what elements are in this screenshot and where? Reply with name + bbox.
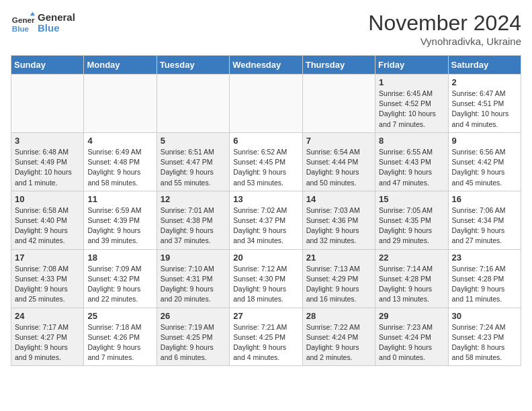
- calendar-body: 1Sunrise: 6:45 AMSunset: 4:52 PMDaylight…: [11, 75, 521, 366]
- day-number: 14: [306, 194, 371, 204]
- day-info: Sunrise: 7:21 AMSunset: 4:25 PMDaylight:…: [233, 322, 298, 363]
- calendar-cell: 25Sunrise: 7:18 AMSunset: 4:26 PMDayligh…: [84, 308, 157, 366]
- day-info: Sunrise: 6:55 AMSunset: 4:43 PMDaylight:…: [379, 147, 444, 188]
- logo-icon: General Blue: [11, 11, 35, 35]
- day-info: Sunrise: 6:47 AMSunset: 4:51 PMDaylight:…: [452, 89, 517, 130]
- calendar-cell: 22Sunrise: 7:14 AMSunset: 4:28 PMDayligh…: [375, 249, 448, 308]
- svg-text:Blue: Blue: [12, 24, 30, 33]
- day-number: 15: [379, 194, 444, 204]
- calendar-cell: 10Sunrise: 6:58 AMSunset: 4:40 PMDayligh…: [11, 191, 84, 249]
- calendar-cell: 20Sunrise: 7:12 AMSunset: 4:30 PMDayligh…: [230, 249, 302, 308]
- week-row-4: 17Sunrise: 7:08 AMSunset: 4:33 PMDayligh…: [11, 249, 521, 308]
- day-info: Sunrise: 7:03 AMSunset: 4:36 PMDaylight:…: [306, 205, 371, 246]
- calendar-cell: 29Sunrise: 7:23 AMSunset: 4:24 PMDayligh…: [375, 308, 448, 366]
- calendar-cell: 13Sunrise: 7:02 AMSunset: 4:37 PMDayligh…: [230, 191, 302, 249]
- svg-text:General: General: [12, 15, 35, 24]
- week-row-2: 3Sunrise: 6:48 AMSunset: 4:49 PMDaylight…: [11, 132, 521, 191]
- calendar-cell: 4Sunrise: 6:49 AMSunset: 4:48 PMDaylight…: [84, 132, 157, 191]
- day-number: 26: [161, 311, 226, 321]
- calendar-cell: 27Sunrise: 7:21 AMSunset: 4:25 PMDayligh…: [230, 308, 302, 366]
- day-info: Sunrise: 7:13 AMSunset: 4:29 PMDaylight:…: [306, 264, 371, 305]
- day-info: Sunrise: 7:05 AMSunset: 4:35 PMDaylight:…: [379, 205, 444, 246]
- day-number: 22: [379, 253, 444, 263]
- day-info: Sunrise: 7:23 AMSunset: 4:24 PMDaylight:…: [379, 322, 444, 363]
- day-number: 5: [161, 136, 226, 146]
- day-info: Sunrise: 7:01 AMSunset: 4:38 PMDaylight:…: [161, 205, 226, 246]
- day-info: Sunrise: 7:19 AMSunset: 4:25 PMDaylight:…: [161, 322, 226, 363]
- calendar-cell: 2Sunrise: 6:47 AMSunset: 4:51 PMDaylight…: [448, 75, 521, 133]
- day-number: 13: [233, 194, 298, 204]
- day-number: 12: [161, 194, 226, 204]
- day-info: Sunrise: 7:18 AMSunset: 4:26 PMDaylight:…: [87, 322, 152, 363]
- calendar-cell: 30Sunrise: 7:24 AMSunset: 4:23 PMDayligh…: [448, 308, 521, 366]
- calendar-cell: [157, 75, 229, 133]
- calendar-cell: 16Sunrise: 7:06 AMSunset: 4:34 PMDayligh…: [448, 191, 521, 249]
- day-number: 2: [452, 77, 517, 87]
- day-info: Sunrise: 7:10 AMSunset: 4:31 PMDaylight:…: [161, 264, 226, 305]
- calendar-cell: 14Sunrise: 7:03 AMSunset: 4:36 PMDayligh…: [302, 191, 375, 249]
- svg-marker-2: [30, 12, 35, 15]
- calendar-cell: [11, 75, 84, 133]
- month-title: November 2024: [368, 11, 521, 36]
- location-subtitle: Vynohradivka, Ukraine: [368, 36, 521, 47]
- calendar-cell: [302, 75, 375, 133]
- col-header-tuesday: Tuesday: [157, 56, 229, 75]
- day-number: 28: [306, 311, 371, 321]
- col-header-wednesday: Wednesday: [230, 56, 302, 75]
- calendar-header-row: SundayMondayTuesdayWednesdayThursdayFrid…: [11, 56, 521, 75]
- day-info: Sunrise: 7:08 AMSunset: 4:33 PMDaylight:…: [15, 264, 80, 305]
- day-info: Sunrise: 7:12 AMSunset: 4:30 PMDaylight:…: [233, 264, 298, 305]
- calendar-cell: 7Sunrise: 6:54 AMSunset: 4:44 PMDaylight…: [302, 132, 375, 191]
- day-number: 21: [306, 253, 371, 263]
- day-number: 9: [452, 136, 517, 146]
- day-info: Sunrise: 6:45 AMSunset: 4:52 PMDaylight:…: [379, 89, 444, 130]
- calendar-cell: 11Sunrise: 6:59 AMSunset: 4:39 PMDayligh…: [84, 191, 157, 249]
- calendar-cell: 19Sunrise: 7:10 AMSunset: 4:31 PMDayligh…: [157, 249, 229, 308]
- calendar-cell: 23Sunrise: 7:16 AMSunset: 4:28 PMDayligh…: [448, 249, 521, 308]
- day-info: Sunrise: 7:17 AMSunset: 4:27 PMDaylight:…: [15, 322, 80, 363]
- calendar-cell: [230, 75, 302, 133]
- calendar-table: SundayMondayTuesdayWednesdayThursdayFrid…: [11, 55, 521, 366]
- day-info: Sunrise: 6:59 AMSunset: 4:39 PMDaylight:…: [87, 205, 152, 246]
- day-info: Sunrise: 7:14 AMSunset: 4:28 PMDaylight:…: [379, 264, 444, 305]
- day-info: Sunrise: 6:52 AMSunset: 4:45 PMDaylight:…: [233, 147, 298, 188]
- col-header-friday: Friday: [375, 56, 448, 75]
- day-number: 19: [161, 253, 226, 263]
- col-header-sunday: Sunday: [11, 56, 84, 75]
- day-number: 10: [15, 194, 80, 204]
- day-number: 4: [87, 136, 152, 146]
- day-info: Sunrise: 7:24 AMSunset: 4:23 PMDaylight:…: [452, 322, 517, 363]
- day-info: Sunrise: 7:16 AMSunset: 4:28 PMDaylight:…: [452, 264, 517, 305]
- week-row-1: 1Sunrise: 6:45 AMSunset: 4:52 PMDaylight…: [11, 75, 521, 133]
- day-number: 7: [306, 136, 371, 146]
- logo-general: General: [38, 12, 75, 24]
- logo-blue: Blue: [38, 23, 75, 34]
- calendar-cell: 1Sunrise: 6:45 AMSunset: 4:52 PMDaylight…: [375, 75, 448, 133]
- page-header: General Blue General Blue November 2024 …: [11, 11, 521, 47]
- calendar-cell: 6Sunrise: 6:52 AMSunset: 4:45 PMDaylight…: [230, 132, 302, 191]
- week-row-3: 10Sunrise: 6:58 AMSunset: 4:40 PMDayligh…: [11, 191, 521, 249]
- calendar-cell: 18Sunrise: 7:09 AMSunset: 4:32 PMDayligh…: [84, 249, 157, 308]
- day-info: Sunrise: 7:22 AMSunset: 4:24 PMDaylight:…: [306, 322, 371, 363]
- day-number: 29: [379, 311, 444, 321]
- day-number: 30: [452, 311, 517, 321]
- day-number: 25: [87, 311, 152, 321]
- col-header-monday: Monday: [84, 56, 157, 75]
- day-info: Sunrise: 6:54 AMSunset: 4:44 PMDaylight:…: [306, 147, 371, 188]
- day-info: Sunrise: 6:48 AMSunset: 4:49 PMDaylight:…: [15, 147, 80, 188]
- col-header-thursday: Thursday: [302, 56, 375, 75]
- day-number: 16: [452, 194, 517, 204]
- calendar-cell: 12Sunrise: 7:01 AMSunset: 4:38 PMDayligh…: [157, 191, 229, 249]
- calendar-cell: 3Sunrise: 6:48 AMSunset: 4:49 PMDaylight…: [11, 132, 84, 191]
- day-number: 20: [233, 253, 298, 263]
- day-info: Sunrise: 6:58 AMSunset: 4:40 PMDaylight:…: [15, 205, 80, 246]
- day-number: 11: [87, 194, 152, 204]
- week-row-5: 24Sunrise: 7:17 AMSunset: 4:27 PMDayligh…: [11, 308, 521, 366]
- day-info: Sunrise: 6:51 AMSunset: 4:47 PMDaylight:…: [161, 147, 226, 188]
- calendar-cell: 21Sunrise: 7:13 AMSunset: 4:29 PMDayligh…: [302, 249, 375, 308]
- calendar-cell: 28Sunrise: 7:22 AMSunset: 4:24 PMDayligh…: [302, 308, 375, 366]
- day-number: 17: [15, 253, 80, 263]
- day-info: Sunrise: 6:56 AMSunset: 4:42 PMDaylight:…: [452, 147, 517, 188]
- day-number: 27: [233, 311, 298, 321]
- title-block: November 2024 Vynohradivka, Ukraine: [368, 11, 521, 47]
